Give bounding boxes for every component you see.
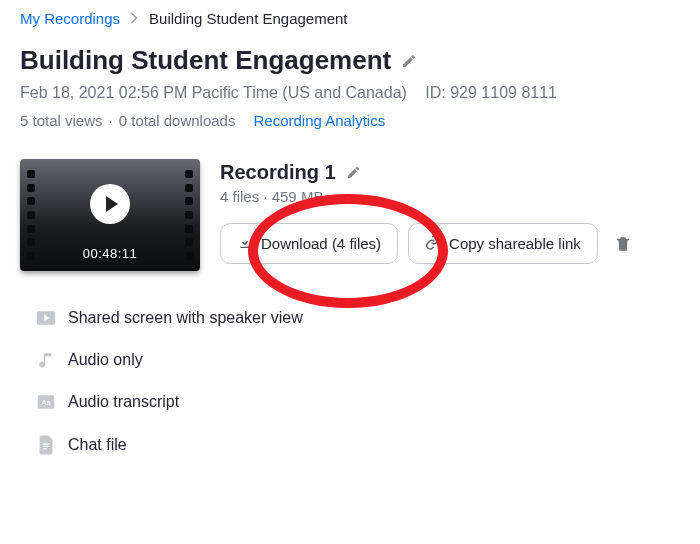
file-item-label: Chat file [68,436,127,454]
file-list: Shared screen with speaker view Audio on… [20,297,680,467]
recording-id: ID: 929 1109 8111 [425,84,557,101]
svg-rect-5 [43,446,49,447]
views-count: 5 total views [20,112,103,129]
downloads-count: 0 total downloads [119,112,236,129]
svg-rect-4 [43,443,49,444]
recording-details: Recording 1 4 files · 459 MB Download (4… [220,159,680,271]
file-item-chat-file[interactable]: Chat file [36,423,680,467]
link-icon [425,234,441,253]
file-item-shared-screen[interactable]: Shared screen with speaker view [36,297,680,339]
film-rail-right [182,164,196,266]
recording-section: 00:48:11 Recording 1 4 files · 459 MB Do… [20,159,680,271]
file-item-label: Audio transcript [68,393,179,411]
file-item-label: Shared screen with speaker view [68,309,303,327]
svg-text:Aa: Aa [41,398,51,407]
button-row: Download (4 files) Copy shareable link [220,223,680,264]
video-icon [36,310,56,326]
copy-link-button[interactable]: Copy shareable link [408,223,598,264]
chevron-right-icon [130,10,139,27]
edit-icon[interactable] [401,53,417,69]
file-item-audio-only[interactable]: Audio only [36,339,680,381]
play-icon[interactable] [90,184,130,224]
recording-duration: 00:48:11 [83,246,138,261]
page-title: Building Student Engagement [20,45,391,76]
recording-title: Recording 1 [220,161,336,184]
recording-thumbnail[interactable]: 00:48:11 [20,159,200,271]
recording-file-meta: 4 files · 459 MB [220,188,680,205]
stats-row: 5 total views · 0 total downloads Record… [20,112,680,129]
edit-icon[interactable] [346,165,361,180]
download-button[interactable]: Download (4 files) [220,223,398,264]
breadcrumb: My Recordings Building Student Engagemen… [20,10,680,27]
recording-analytics-link[interactable]: Recording Analytics [253,112,385,129]
download-button-label: Download (4 files) [261,235,381,252]
page-title-row: Building Student Engagement [20,45,680,76]
transcript-icon: Aa [36,394,56,410]
meta-row: Feb 18, 2021 02:56 PM Pacific Time (US a… [20,84,680,102]
breadcrumb-root-link[interactable]: My Recordings [20,10,120,27]
trash-icon[interactable] [614,235,632,253]
copy-link-button-label: Copy shareable link [449,235,581,252]
film-rail-left [24,164,38,266]
music-note-icon [36,351,56,369]
file-item-label: Audio only [68,351,143,369]
svg-rect-6 [43,448,47,449]
separator-dot: · [109,112,113,129]
recording-datetime: Feb 18, 2021 02:56 PM Pacific Time (US a… [20,84,407,101]
file-item-audio-transcript[interactable]: Aa Audio transcript [36,381,680,423]
download-icon [237,234,253,253]
file-icon [36,435,56,455]
breadcrumb-current: Building Student Engagement [149,10,347,27]
